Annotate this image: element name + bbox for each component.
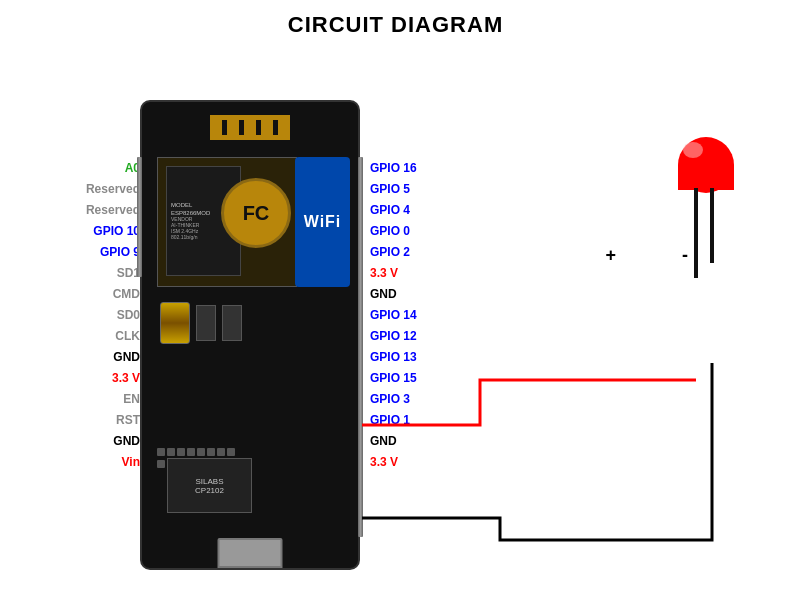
- svg-rect-3: [278, 115, 290, 137]
- battery-capacitors: [160, 302, 242, 344]
- left-label-12: RST: [10, 410, 140, 429]
- right-label-5: 3.3 V: [370, 263, 500, 282]
- left-label-11: EN: [10, 389, 140, 408]
- left-label-10: 3.3 V: [10, 368, 140, 387]
- antenna: [205, 110, 295, 142]
- right-label-9: GPIO 13: [370, 347, 500, 366]
- right-label-6: GND: [370, 284, 500, 303]
- fc-logo: FC: [221, 178, 291, 248]
- right-pin-header: [358, 157, 363, 537]
- right-label-3: GPIO 0: [370, 221, 500, 240]
- left-label-5: SD1: [10, 263, 140, 282]
- left-labels: A0ReservedReservedGPIO 10GPIO 9SD1CMDSD0…: [10, 158, 140, 473]
- usb-connector: [218, 538, 283, 568]
- right-label-11: GPIO 3: [370, 389, 500, 408]
- silabs-chip: SILABS CP2102: [167, 458, 252, 513]
- left-pin-header: [137, 157, 142, 277]
- right-label-0: GPIO 16: [370, 158, 500, 177]
- page-title: CIRCUIT DIAGRAM: [0, 0, 791, 38]
- left-label-6: CMD: [10, 284, 140, 303]
- led-plus-label: +: [605, 245, 616, 266]
- led-component: [631, 110, 761, 310]
- left-label-9: GND: [10, 347, 140, 366]
- right-label-10: GPIO 15: [370, 368, 500, 387]
- left-label-0: A0: [10, 158, 140, 177]
- right-label-4: GPIO 2: [370, 242, 500, 261]
- right-label-7: GPIO 14: [370, 305, 500, 324]
- right-label-14: 3.3 V: [370, 452, 500, 471]
- diagram-container: A0ReservedReservedGPIO 10GPIO 9SD1CMDSD0…: [0, 50, 791, 599]
- svg-rect-6: [261, 120, 273, 137]
- left-label-3: GPIO 10: [10, 221, 140, 240]
- fc-chip: MODEL ESP8266MOD VENDOR AI-THINKER ISM 2…: [157, 157, 297, 287]
- left-label-8: CLK: [10, 326, 140, 345]
- led-minus-label: -: [682, 245, 688, 266]
- left-label-2: Reserved: [10, 200, 140, 219]
- left-label-1: Reserved: [10, 179, 140, 198]
- left-label-13: GND: [10, 431, 140, 450]
- right-label-12: GPIO 1: [370, 410, 500, 429]
- nodemcu-board: MODEL ESP8266MOD VENDOR AI-THINKER ISM 2…: [140, 100, 360, 570]
- right-label-2: GPIO 4: [370, 200, 500, 219]
- right-label-1: GPIO 5: [370, 179, 500, 198]
- svg-point-11: [683, 142, 703, 158]
- svg-rect-10: [710, 188, 714, 263]
- wifi-badge: WiFi: [295, 157, 350, 287]
- right-labels: GPIO 16GPIO 5GPIO 4GPIO 0GPIO 23.3 VGNDG…: [370, 158, 500, 473]
- left-label-14: Vin: [10, 452, 140, 471]
- svg-rect-9: [694, 188, 698, 278]
- left-label-7: SD0: [10, 305, 140, 324]
- svg-rect-8: [678, 165, 734, 190]
- left-label-4: GPIO 9: [10, 242, 140, 261]
- svg-rect-5: [244, 120, 256, 137]
- right-label-8: GPIO 12: [370, 326, 500, 345]
- svg-rect-4: [227, 120, 239, 137]
- right-label-13: GND: [370, 431, 500, 450]
